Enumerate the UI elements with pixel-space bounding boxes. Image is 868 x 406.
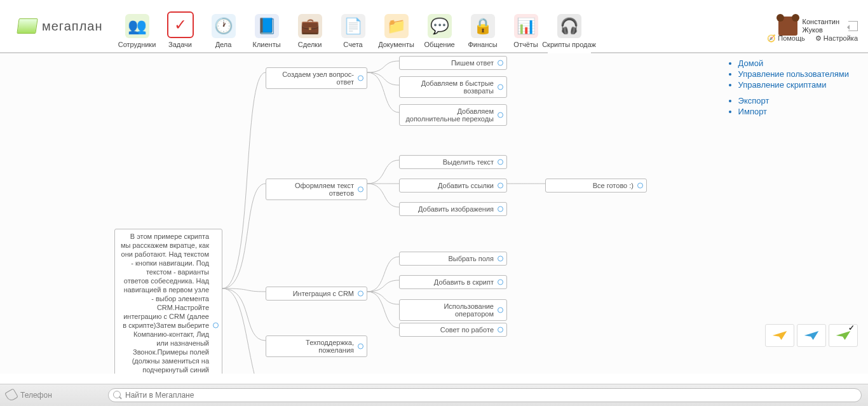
user-name: КонстантинЖуков xyxy=(803,18,839,34)
nav-icon: 🕐 xyxy=(212,14,236,38)
nav-icon: 📊 xyxy=(514,14,538,38)
node-b2[interactable]: Оформляем текст ответов xyxy=(266,179,367,200)
nav-label: Скрипты продаж xyxy=(542,41,596,48)
nav-label: Задачи xyxy=(168,41,192,48)
nav-Счета[interactable]: 📄Счета xyxy=(332,0,375,52)
nav-Дела[interactable]: 🕐Дела xyxy=(202,0,245,52)
settings-link[interactable]: ⚙ Настройка xyxy=(815,34,858,43)
nav-Сделки[interactable]: 💼Сделки xyxy=(288,0,332,52)
nav-label: Дела xyxy=(215,41,232,48)
phone-label: Телефон xyxy=(20,391,52,400)
node-b3[interactable]: Интеграция с CRM xyxy=(266,287,367,301)
node-root-text: В этом примере скрипта мы расскажем вкра… xyxy=(120,233,240,374)
nav-label: Счета xyxy=(343,41,362,48)
side-link[interactable]: Экспорт xyxy=(738,96,770,105)
logout-icon[interactable] xyxy=(848,21,858,31)
nav-label: Финансы xyxy=(468,41,497,48)
node-b2c1[interactable]: Добавить ссылки xyxy=(399,179,507,193)
svg-marker-0 xyxy=(773,331,787,340)
logo[interactable]: мегаплан xyxy=(0,0,116,52)
nav-Отчёты[interactable]: 📊Отчёты xyxy=(505,0,548,52)
node-b1c1[interactable]: Добавляем в быстрые возвраты xyxy=(399,76,507,98)
node-b2c2[interactable]: Добавить изображения xyxy=(399,202,507,216)
node-b2c0[interactable]: Выделить текст xyxy=(399,155,507,169)
node-b3c3[interactable]: Совет по работе xyxy=(399,323,507,337)
node-b1[interactable]: Создаем узел вопрос-ответ xyxy=(266,67,367,89)
logo-icon xyxy=(17,18,37,34)
nav-Задачи[interactable]: ✓Задачи xyxy=(159,0,202,52)
top-right: КонстантинЖуков xyxy=(778,0,868,52)
nav-label: Отчёты xyxy=(513,41,538,48)
main-area: В этом примере скрипта мы расскажем вкра… xyxy=(0,53,868,374)
plane-green[interactable] xyxy=(829,324,858,347)
nav-label: Клиенты xyxy=(252,41,280,48)
nav-Скрипты продаж[interactable]: 🎧Скрипты продаж xyxy=(548,0,591,54)
side-links: ДомойУправление пользователямиУправление… xyxy=(727,57,849,123)
nav-icon: 🔒 xyxy=(471,14,495,38)
avatar xyxy=(778,17,797,36)
util-row: 🧭 Помощь ⚙ Настройка xyxy=(767,34,858,43)
side-link[interactable]: Управление скриптами xyxy=(738,80,827,90)
nav-label: Сделки xyxy=(298,41,322,48)
nav-icon: 📁 xyxy=(384,14,409,38)
search-input[interactable] xyxy=(108,388,862,402)
nav-Финансы[interactable]: 🔒Финансы xyxy=(461,0,505,52)
nav-icon: 📄 xyxy=(341,14,365,38)
plane-yellow[interactable] xyxy=(765,324,794,347)
phone-widget[interactable]: Телефон xyxy=(6,390,102,400)
nav-icon: 🎧 xyxy=(557,14,581,38)
logo-text: мегаплан xyxy=(42,19,103,34)
user-block[interactable]: КонстантинЖуков xyxy=(778,17,839,36)
svg-marker-2 xyxy=(836,331,851,340)
nav-Клиенты[interactable]: 📘Клиенты xyxy=(245,0,288,52)
nav-label: Документы xyxy=(378,41,414,48)
main-nav: 👥Сотрудники✓Задачи🕐Дела📘Клиенты💼Сделки📄С… xyxy=(116,0,591,52)
node-b2cc[interactable]: Все готово :) xyxy=(545,179,647,193)
node-b3c2[interactable]: Использование оператором xyxy=(399,299,507,321)
nav-Документы[interactable]: 📁Документы xyxy=(375,0,418,52)
node-root[interactable]: В этом примере скрипта мы расскажем вкра… xyxy=(114,229,222,374)
side-link[interactable]: Домой xyxy=(738,58,764,68)
side-link[interactable]: Управление пользователями xyxy=(738,69,849,79)
nav-icon: 📘 xyxy=(255,14,279,38)
side-link[interactable]: Импорт xyxy=(738,107,767,116)
phone-icon xyxy=(4,388,18,402)
search-icon xyxy=(113,391,121,398)
nav-label: Общение xyxy=(424,41,454,48)
node-b1c2[interactable]: Добавляем дополнительные переходы xyxy=(399,104,507,126)
node-b3c1[interactable]: Добавить в скрипт xyxy=(399,275,507,289)
nav-label: Сотрудники xyxy=(118,41,156,48)
plane-buttons xyxy=(765,324,858,347)
nav-Общение[interactable]: 💬Общение xyxy=(418,0,461,52)
mindmap-edges xyxy=(0,53,699,374)
svg-marker-1 xyxy=(804,331,819,340)
nav-Сотрудники[interactable]: 👥Сотрудники xyxy=(116,0,159,52)
node-b3c0[interactable]: Выбрать поля xyxy=(399,252,507,266)
node-dot-icon xyxy=(213,323,219,328)
node-b4[interactable]: Техподдержка, пожелания xyxy=(266,335,367,357)
nav-icon: 👥 xyxy=(125,14,149,38)
top-toolbar: мегаплан 👥Сотрудники✓Задачи🕐Дела📘Клиенты… xyxy=(0,0,868,53)
search-box xyxy=(108,388,862,402)
nav-icon: 💬 xyxy=(428,14,452,38)
node-b1c0[interactable]: Пишем ответ xyxy=(399,56,507,70)
bottom-bar: Телефон xyxy=(0,384,868,406)
nav-icon: 💼 xyxy=(298,14,322,38)
plane-blue[interactable] xyxy=(797,324,826,347)
nav-icon: ✓ xyxy=(167,11,194,38)
help-link[interactable]: 🧭 Помощь xyxy=(767,34,805,43)
